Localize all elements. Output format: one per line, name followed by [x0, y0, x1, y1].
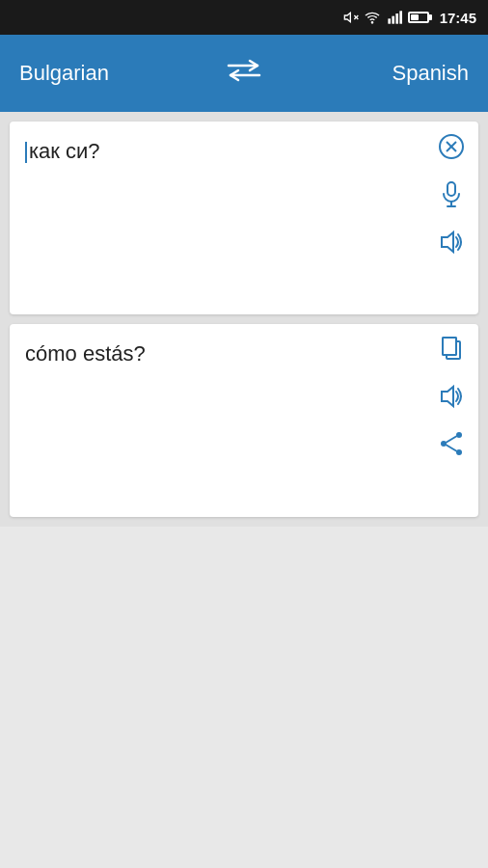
signal-icon [386, 10, 403, 25]
target-card: cómo estás? [10, 324, 478, 517]
svg-line-25 [447, 446, 456, 451]
speaker-button-target[interactable] [438, 384, 465, 413]
svg-rect-18 [443, 338, 456, 355]
language-toolbar: Bulgarian Spanish [0, 35, 488, 112]
swap-languages-button[interactable] [227, 59, 261, 89]
target-text: cómo estás? [25, 339, 463, 369]
copy-button[interactable] [439, 336, 464, 366]
svg-point-23 [441, 441, 447, 447]
svg-point-22 [456, 449, 462, 455]
status-icons: 17:45 [343, 10, 476, 26]
mic-button[interactable] [439, 181, 464, 212]
svg-rect-7 [399, 11, 402, 23]
status-bar: 17:45 [0, 0, 488, 35]
svg-rect-6 [395, 14, 398, 24]
svg-rect-4 [388, 18, 391, 23]
battery-icon [408, 12, 429, 23]
status-time: 17:45 [440, 10, 476, 26]
svg-point-21 [456, 432, 462, 438]
clear-button[interactable] [438, 133, 465, 164]
source-card-icons [438, 133, 465, 258]
svg-marker-20 [442, 387, 453, 406]
svg-line-24 [447, 437, 456, 443]
source-text[interactable]: как си? [25, 137, 463, 167]
wifi-icon [364, 10, 381, 25]
svg-rect-5 [392, 16, 394, 24]
source-language-label[interactable]: Bulgarian [19, 61, 135, 86]
speaker-button-source[interactable] [438, 230, 465, 258]
svg-point-3 [371, 22, 372, 23]
svg-marker-16 [442, 232, 453, 252]
main-content: как си? [0, 112, 488, 527]
target-language-label[interactable]: Spanish [353, 61, 469, 86]
target-card-icons [438, 336, 465, 461]
svg-rect-13 [447, 182, 455, 196]
mute-icon [343, 10, 359, 25]
source-card: как си? [10, 122, 478, 314]
share-button[interactable] [438, 430, 465, 461]
svg-marker-0 [344, 13, 350, 21]
text-cursor [25, 142, 27, 163]
